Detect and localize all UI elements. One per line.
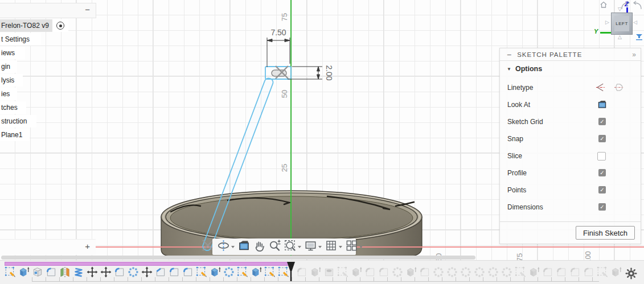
browser-item-label: struction — [0, 115, 36, 127]
timeline-feature-sketch-icon[interactable] — [264, 266, 276, 278]
filter-icon[interactable] — [635, 34, 643, 40]
chevron-down-icon[interactable] — [359, 246, 363, 248]
browser-item-label: iews — [0, 47, 25, 59]
timeline-feature-fillet-icon[interactable] — [182, 266, 194, 278]
timeline-group-bar[interactable] — [5, 262, 291, 266]
rotate-view-icons[interactable] — [620, 0, 643, 11]
timeline-feature-circular-pattern-icon[interactable] — [446, 266, 458, 278]
browser-item[interactable]: tches — [0, 101, 26, 114]
viewcube-arrow-left[interactable]: ▷ — [605, 20, 609, 25]
timeline-feature-fillet-icon[interactable] — [114, 266, 125, 278]
fit-button[interactable] — [282, 238, 303, 255]
viewcube-face[interactable]: LEFT — [611, 13, 633, 35]
snap-checkbox[interactable]: ✓ — [598, 135, 606, 142]
dimensions-checkbox[interactable]: ✓ — [598, 203, 606, 211]
timeline-feature-move-icon[interactable] — [141, 266, 153, 278]
palette-minimize-button[interactable]: − — [507, 50, 511, 59]
timeline-feature-sketch-icon[interactable] — [237, 266, 248, 278]
timeline-feature-fillet-icon[interactable] — [542, 266, 553, 278]
timeline-feature-sketch-icon[interactable] — [515, 266, 526, 278]
viewcube-arrow-down[interactable]: △ — [618, 35, 622, 40]
timeline-feature-fillet-icon[interactable] — [569, 266, 581, 278]
timeline-feature-circular-pattern-icon[interactable] — [474, 266, 485, 278]
timeline-feature-extrude-icon[interactable] — [210, 266, 221, 278]
browser-panel-header[interactable]: − — [0, 3, 96, 18]
look-at-button[interactable] — [236, 238, 252, 255]
browser-item[interactable]: struction — [0, 115, 36, 127]
viewcube-arrow-up[interactable]: ▽ — [618, 7, 622, 12]
timeline-feature-fillet-icon[interactable] — [296, 266, 307, 278]
timeline-feature-extrude-icon[interactable] — [405, 266, 417, 278]
browser-minimize-button[interactable]: − — [85, 5, 90, 14]
timeline-feature-circular-pattern-icon[interactable] — [460, 266, 471, 278]
timeline-feature-fillet-icon[interactable] — [556, 266, 567, 278]
browser-item[interactable]: lysis — [0, 74, 23, 87]
timeline-feature-extrude-icon[interactable] — [351, 266, 362, 278]
timeline-feature-circular-pattern-icon[interactable] — [433, 266, 444, 278]
timeline-feature-extrude-icon[interactable] — [310, 266, 321, 278]
timeline-feature-fillet-icon[interactable] — [583, 266, 594, 278]
horizontal-scrollbar[interactable] — [1, 256, 475, 260]
viewports-button[interactable] — [344, 238, 364, 255]
browser-item[interactable]: Frelon-TO82 v9 — [0, 19, 68, 32]
sketch-palette-header[interactable]: − SKETCH PALETTE » — [500, 48, 641, 61]
zoom-button[interactable] — [267, 238, 282, 255]
timeline-feature-circular-pattern-icon[interactable] — [501, 266, 512, 278]
timeline-feature-fillet-icon[interactable] — [419, 266, 430, 278]
display-settings-button[interactable] — [303, 238, 323, 255]
timeline-feature-fillet-icon[interactable] — [364, 266, 376, 278]
timeline-feature-sketch-icon[interactable] — [337, 266, 348, 278]
timeline-feature-extrude-icon[interactable] — [610, 266, 622, 278]
timeline-feature-fillet-icon[interactable] — [46, 266, 57, 278]
chevron-down-icon[interactable] — [298, 246, 301, 248]
timeline-ruler — [32, 277, 599, 282]
chevron-down-icon[interactable] — [318, 246, 322, 248]
finish-sketch-button[interactable]: Finish Sketch — [576, 226, 635, 240]
home-icon[interactable] — [600, 1, 608, 9]
timeline-feature-hole-icon[interactable] — [323, 266, 335, 278]
timeline-feature-extrude-icon[interactable] — [251, 266, 262, 278]
browser-item[interactable]: ies — [0, 88, 17, 100]
sketch-grid-checkbox[interactable]: ✓ — [598, 118, 606, 125]
timeline-feature-circular-pattern-icon[interactable] — [392, 266, 403, 278]
construction-icon[interactable] — [614, 83, 624, 94]
look-at-icon[interactable] — [597, 100, 607, 112]
profile-checkbox[interactable]: ✓ — [598, 169, 606, 176]
browser-item[interactable]: t Settings — [0, 33, 41, 46]
timeline-feature-extrude-icon[interactable] — [18, 266, 30, 278]
centerline-icon[interactable] — [596, 83, 605, 94]
timeline-feature-circular-pattern-icon[interactable] — [487, 266, 499, 278]
timeline-settings-gear-icon[interactable] — [625, 267, 637, 279]
timeline-feature-sketch-icon[interactable] — [5, 266, 16, 278]
timeline-feature-chamfer-icon[interactable] — [155, 266, 166, 278]
chevron-down-icon[interactable] — [231, 246, 235, 248]
timeline-feature-mirror-icon[interactable] — [59, 266, 71, 278]
timeline-feature-fillet-icon[interactable] — [378, 266, 389, 278]
browser-item[interactable]: gin — [0, 60, 17, 73]
timeline-feature-extrude-icon[interactable] — [528, 266, 540, 278]
grid-settings-button[interactable] — [323, 238, 344, 255]
chevron-down-icon[interactable] — [339, 246, 342, 248]
timeline-bar — [0, 260, 644, 284]
orbit-button[interactable] — [216, 238, 236, 255]
timeline-feature-move-icon[interactable] — [87, 266, 98, 278]
timeline-feature-sketch-icon[interactable] — [196, 266, 207, 278]
timeline-feature-coil-icon[interactable] — [73, 266, 84, 278]
viewcube-arrow-right[interactable]: ◁ — [633, 20, 637, 25]
timeline-playhead[interactable] — [286, 261, 296, 282]
timeline-feature-move-icon[interactable] — [100, 266, 112, 278]
timeline-feature-circular-pattern-icon[interactable] — [128, 266, 139, 278]
palette-options-section[interactable]: ▼ Options — [507, 65, 542, 73]
slice-checkbox[interactable] — [597, 152, 606, 160]
browser-expand-button[interactable]: + — [85, 241, 90, 251]
timeline-feature-sketch-icon[interactable] — [597, 266, 608, 278]
timeline-feature-box-icon[interactable] — [32, 266, 43, 278]
browser-item[interactable]: iews — [0, 47, 25, 59]
palette-dock-button[interactable]: » — [632, 51, 636, 59]
browser-item[interactable]: Plane1 — [0, 129, 30, 141]
timeline-feature-circular-pattern-icon[interactable] — [223, 266, 235, 278]
timeline-feature-fillet-icon[interactable] — [169, 266, 180, 278]
pan-button[interactable] — [252, 238, 267, 255]
visibility-radio-icon[interactable] — [52, 19, 68, 32]
points-checkbox[interactable]: ✓ — [598, 186, 606, 194]
